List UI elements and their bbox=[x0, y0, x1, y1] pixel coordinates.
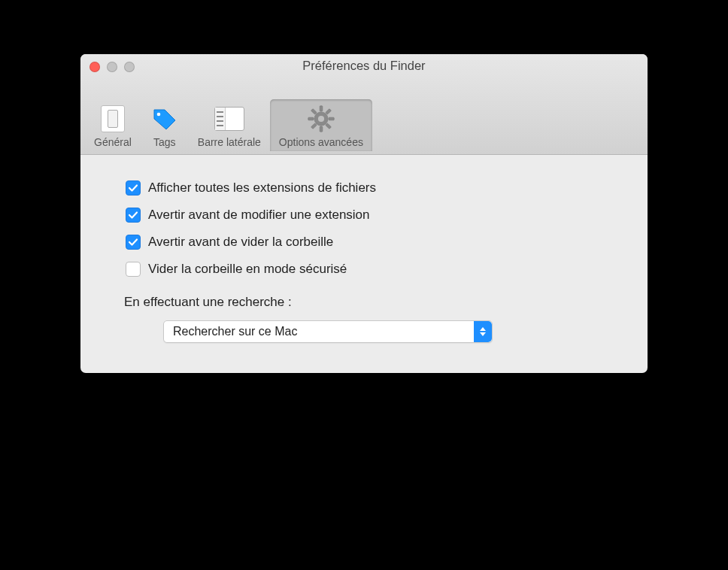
sidebar-icon bbox=[214, 104, 244, 134]
option-label: Avertir avant de modifier une extension bbox=[148, 208, 370, 223]
svg-rect-4 bbox=[308, 117, 314, 120]
general-icon bbox=[98, 104, 128, 134]
svg-rect-5 bbox=[329, 117, 334, 120]
svg-point-10 bbox=[318, 116, 324, 122]
toolbar: Général Tags Barre latérale bbox=[85, 99, 372, 151]
tab-sidebar[interactable]: Barre latérale bbox=[189, 99, 270, 151]
option-show-extensions[interactable]: Afficher toutes les extensions de fichie… bbox=[126, 180, 628, 196]
preferences-window: Préférences du Finder Général Tags Barre… bbox=[80, 54, 648, 373]
content-area: Afficher toutes les extensions de fichie… bbox=[80, 155, 648, 373]
tab-label: Tags bbox=[153, 136, 176, 148]
checkbox[interactable] bbox=[126, 262, 141, 277]
tab-tags[interactable]: Tags bbox=[141, 99, 189, 151]
option-secure-empty-trash[interactable]: Vider la corbeille en mode sécurisé bbox=[126, 262, 628, 277]
tag-icon bbox=[150, 104, 180, 134]
option-warn-change-extension[interactable]: Avertir avant de modifier une extension bbox=[126, 208, 628, 223]
tab-label: Général bbox=[94, 136, 132, 148]
option-warn-empty-trash[interactable]: Avertir avant de vider la corbeille bbox=[126, 235, 628, 250]
updown-icon bbox=[474, 321, 492, 342]
window-title: Préférences du Finder bbox=[80, 59, 648, 73]
svg-rect-8 bbox=[311, 109, 317, 115]
tab-label: Barre latérale bbox=[198, 136, 261, 148]
search-scope-select[interactable]: Rechercher sur ce Mac bbox=[163, 320, 493, 343]
tab-advanced[interactable]: Options avancées bbox=[270, 99, 372, 151]
svg-rect-6 bbox=[326, 109, 332, 115]
select-value: Rechercher sur ce Mac bbox=[164, 325, 297, 338]
checkbox[interactable] bbox=[126, 235, 141, 250]
svg-rect-9 bbox=[326, 123, 332, 129]
option-label: Avertir avant de vider la corbeille bbox=[148, 235, 333, 250]
svg-point-0 bbox=[157, 113, 161, 117]
checkbox[interactable] bbox=[126, 180, 141, 196]
tab-general[interactable]: Général bbox=[85, 99, 141, 151]
svg-rect-2 bbox=[320, 106, 323, 111]
search-scope-label: En effectuant une recherche : bbox=[124, 295, 628, 310]
checkbox[interactable] bbox=[126, 208, 141, 223]
tab-label: Options avancées bbox=[279, 136, 363, 148]
option-label: Vider la corbeille en mode sécurisé bbox=[148, 262, 347, 277]
titlebar: Préférences du Finder Général Tags Barre… bbox=[80, 54, 648, 155]
svg-rect-7 bbox=[311, 123, 317, 129]
svg-rect-3 bbox=[320, 126, 323, 132]
option-label: Afficher toutes les extensions de fichie… bbox=[148, 180, 376, 196]
gear-icon bbox=[306, 104, 336, 134]
